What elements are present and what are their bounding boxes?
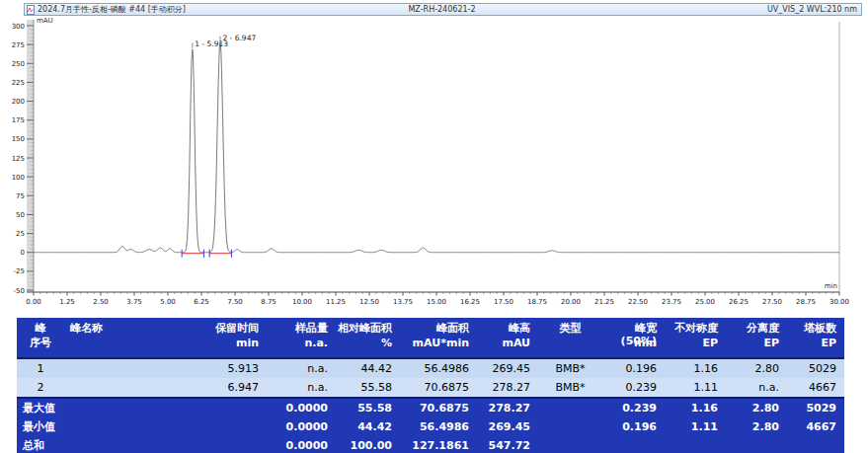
peak-cell[interactable]: 6.947 bbox=[193, 378, 267, 398]
y-tick-label: 75 bbox=[16, 192, 25, 200]
summary-cell: 1.16 bbox=[665, 398, 726, 417]
peak-cell[interactable]: BMB* bbox=[538, 378, 602, 398]
summary-cell: 5029 bbox=[787, 398, 844, 417]
x-tick-label: 12.50 bbox=[359, 298, 379, 306]
peak-cell[interactable]: 0.239 bbox=[602, 378, 665, 398]
y-tick-label: 125 bbox=[12, 155, 25, 163]
summary-cell bbox=[726, 436, 787, 453]
y-tick-label: 275 bbox=[12, 41, 25, 49]
peak-cell[interactable]: 1 bbox=[17, 358, 64, 378]
summary-cell bbox=[64, 398, 193, 417]
x-tick-label: 7.50 bbox=[227, 298, 243, 306]
peak-cell[interactable] bbox=[64, 378, 193, 398]
column-header-2: 峰名称 bbox=[64, 318, 193, 358]
x-tick-label: 18.75 bbox=[527, 298, 547, 306]
x-tick-label: 6.25 bbox=[194, 298, 209, 306]
x-tick-label: 28.75 bbox=[796, 298, 816, 306]
peak-cell[interactable]: 55.58 bbox=[336, 378, 400, 398]
peak-cell[interactable]: n.a. bbox=[267, 378, 336, 398]
y-tick-label: 0 bbox=[21, 249, 25, 257]
y-tick-label: 25 bbox=[16, 230, 25, 238]
summary-cell bbox=[538, 417, 602, 436]
y-tick-label: 100 bbox=[12, 174, 25, 182]
summary-cell bbox=[665, 436, 726, 453]
x-tick-label: 21.25 bbox=[594, 298, 614, 306]
column-header-7: 峰高mAU bbox=[477, 318, 538, 358]
y-axis-unit: mAU bbox=[37, 17, 53, 25]
y-tick-label: 300 bbox=[12, 23, 25, 31]
column-header-11: 分离度EP bbox=[726, 318, 787, 358]
peak-cell[interactable]: 70.6875 bbox=[400, 378, 477, 398]
summary-cell: 44.42 bbox=[336, 417, 400, 436]
y-tick-label: 225 bbox=[12, 79, 25, 87]
channel-label: UV_VIS_2 WVL:210 nm bbox=[581, 4, 861, 15]
peak-cell[interactable]: 1.11 bbox=[665, 378, 726, 398]
peak-results-table: 峰序号峰名称 保留时间min样品量n.a.相对峰面积%峰面积mAU*min峰高m… bbox=[17, 318, 844, 453]
column-header-12: 塔板数EP bbox=[787, 318, 844, 358]
x-tick-label: 16.25 bbox=[460, 298, 480, 306]
summary-cell bbox=[64, 436, 193, 453]
summary-cell: 56.4986 bbox=[400, 417, 477, 436]
peak-cell[interactable]: 4667 bbox=[787, 378, 844, 398]
peak-cell[interactable]: 44.42 bbox=[336, 358, 400, 378]
x-tick-label: 8.75 bbox=[261, 298, 276, 306]
summary-label: 最大值 bbox=[17, 398, 64, 417]
y-tick-label: 200 bbox=[12, 98, 25, 106]
peak-cell[interactable]: 269.45 bbox=[477, 358, 538, 378]
peak-cell[interactable]: 5.913 bbox=[193, 358, 267, 378]
peak-cell[interactable]: n.a. bbox=[267, 358, 336, 378]
y-tick-label: 175 bbox=[12, 116, 25, 124]
y-tick-label: 150 bbox=[12, 135, 25, 143]
summary-cell bbox=[787, 436, 844, 453]
summary-cell: 2.80 bbox=[726, 417, 787, 436]
summary-row-3: 总和0.0000100.00127.1861547.72 bbox=[17, 436, 844, 453]
x-tick-label: 30.00 bbox=[829, 298, 849, 306]
column-header-9: 峰宽 (50%)min bbox=[602, 318, 665, 358]
summary-cell: 100.00 bbox=[336, 436, 400, 453]
summary-row-2: 最小值0.000044.4256.4986269.450.1961.112.80… bbox=[17, 417, 844, 436]
summary-cell bbox=[193, 436, 267, 453]
column-header-8: 类型 bbox=[538, 318, 602, 358]
peak-cell[interactable]: 2.80 bbox=[726, 358, 787, 378]
x-tick-label: 17.50 bbox=[494, 298, 513, 306]
y-tick-label: -25 bbox=[14, 267, 25, 275]
x-tick-label: 27.50 bbox=[762, 298, 782, 306]
signal-trace bbox=[34, 42, 839, 253]
peak-cell[interactable]: 56.4986 bbox=[400, 358, 477, 378]
summary-cell: 70.6875 bbox=[400, 398, 477, 417]
x-tick-label: 10.00 bbox=[292, 298, 312, 306]
peak-cell[interactable]: 0.196 bbox=[602, 358, 665, 378]
peak-row-1[interactable]: 15.913n.a.44.4256.4986269.45BMB*0.1961.1… bbox=[17, 358, 844, 378]
summary-cell: 1.11 bbox=[665, 417, 726, 436]
peak-cell[interactable]: 278.27 bbox=[477, 378, 538, 398]
y-tick-label: 50 bbox=[16, 211, 25, 219]
x-tick-label: 15.00 bbox=[427, 298, 446, 306]
peak-cell[interactable]: n.a. bbox=[726, 378, 787, 398]
peak-cell[interactable]: 2 bbox=[17, 378, 64, 398]
column-header-1: 峰序号 bbox=[17, 318, 64, 358]
summary-cell: 0.0000 bbox=[267, 417, 336, 436]
injection-name: MZ-RH-240621-2 bbox=[303, 4, 580, 15]
peak-label: 2 - 6.947 bbox=[222, 34, 256, 42]
peak-cell[interactable]: 1.16 bbox=[665, 358, 726, 378]
sample-title: 2024.7月手性-反相-磷酸 #44 [手动积分] bbox=[38, 4, 186, 15]
peak-results-section: 峰序号峰名称 保留时间min样品量n.a.相对峰面积%峰面积mAU*min峰高m… bbox=[17, 318, 844, 453]
y-axis-ruler bbox=[27, 20, 34, 292]
summary-cell bbox=[193, 398, 267, 417]
column-header-5: 相对峰面积% bbox=[336, 318, 400, 358]
peak-cell[interactable] bbox=[64, 358, 193, 378]
x-tick-label: 20.00 bbox=[561, 298, 581, 306]
x-axis-unit: min bbox=[825, 282, 837, 290]
column-header-10: 不对称度EP bbox=[665, 318, 726, 358]
chromatogram-plot[interactable]: -50-250255075100125150175200225250275300… bbox=[0, 16, 868, 312]
peak-cell[interactable]: BMB* bbox=[538, 358, 602, 378]
chart-header-bar: 2024.7月手性-反相-磷酸 #44 [手动积分] MZ-RH-240621-… bbox=[24, 3, 862, 16]
column-header-4: 样品量n.a. bbox=[267, 318, 336, 358]
summary-cell: 0.0000 bbox=[267, 398, 336, 417]
summary-label: 最小值 bbox=[17, 417, 64, 436]
peak-cell[interactable]: 5029 bbox=[787, 358, 844, 378]
peak-row-2[interactable]: 26.947n.a.55.5870.6875278.27BMB*0.2391.1… bbox=[17, 378, 844, 398]
summary-cell: 55.58 bbox=[336, 398, 400, 417]
summary-cell: 547.72 bbox=[477, 436, 538, 453]
summary-cell: 0.239 bbox=[602, 398, 665, 417]
